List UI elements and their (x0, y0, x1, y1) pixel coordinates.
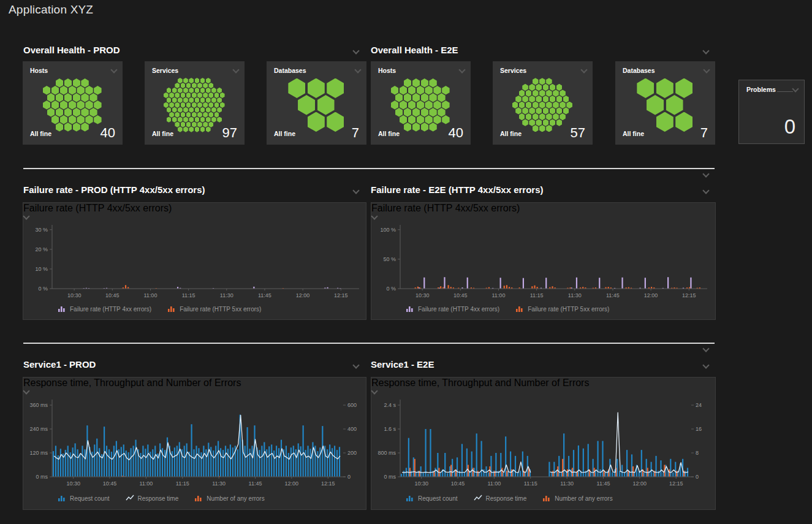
hexagon (442, 101, 449, 110)
hexagon (217, 107, 222, 113)
section-title-service-prod: Service1 - PROD (23, 359, 96, 370)
hexagon (175, 122, 180, 127)
legend-item[interactable]: Failure rate (HTTP 4xx errors) (406, 305, 499, 313)
chevron-down-icon[interactable] (353, 363, 359, 368)
hexagon (522, 107, 528, 114)
hexagon (656, 112, 674, 132)
legend-item[interactable]: Request count (406, 495, 458, 502)
legend-item[interactable]: Response time (474, 495, 527, 502)
health-tile-services-prod[interactable]: Services All fine 97 (145, 61, 245, 145)
hexagon (412, 123, 420, 132)
hexagon (178, 88, 183, 93)
chevron-down-icon[interactable] (703, 363, 708, 368)
health-tile-services-e2e[interactable]: Services All fine 57 (493, 61, 593, 145)
section-title-health-prod: Overall Health - PROD (23, 45, 120, 55)
failure-rate-e2e-tile[interactable]: Failure rate (HTTP 4xx/5xx errors) 0 %50… (371, 202, 716, 320)
hexagon (408, 115, 415, 124)
hexagon (546, 102, 552, 108)
dashboard: Application XYZ Overall Health - PROD Ov… (0, 0, 812, 524)
hexagon (429, 93, 436, 102)
hexagon (73, 123, 80, 132)
hexagon (220, 102, 225, 108)
svg-text:11:45: 11:45 (597, 480, 610, 487)
hexagon (167, 88, 172, 93)
hexagon (81, 123, 88, 132)
chevron-down-icon[interactable] (703, 48, 708, 54)
hexagon (69, 115, 76, 124)
health-tile-databases-e2e[interactable]: Databases All fine 7 (615, 61, 715, 145)
hexagon (203, 112, 208, 118)
legend-label: Request count (418, 495, 458, 502)
hexagon (288, 78, 305, 99)
hexagon (172, 107, 177, 113)
svg-text:12:15: 12:15 (669, 480, 683, 487)
hexagon (172, 88, 177, 93)
legend-item[interactable]: Number of any errors (194, 495, 264, 502)
hexagon (298, 95, 315, 115)
svg-text:12:15: 12:15 (321, 480, 335, 487)
hexagon (51, 86, 59, 95)
hexagon (208, 102, 213, 108)
hexagon (77, 86, 84, 95)
legend-item[interactable]: Number of any errors (542, 495, 612, 502)
hexagon (522, 84, 528, 91)
bar-series-icon (515, 305, 524, 313)
hexagon (550, 107, 556, 114)
hexagon (43, 86, 50, 95)
health-tile-hosts-prod[interactable]: Hosts All fine 40 (23, 61, 123, 145)
failure-rate-prod-tile[interactable]: Failure rate (HTTP 4xx/5xx errors) 0 %10… (23, 202, 366, 320)
chevron-down-icon[interactable] (703, 188, 708, 194)
service1-e2e-tile[interactable]: Response time, Throughput and Number of … (371, 377, 716, 510)
hexagon (404, 123, 411, 132)
chevron-down-icon[interactable] (703, 172, 708, 177)
hexagon (64, 93, 72, 102)
hexagon (208, 122, 213, 127)
hexagon (169, 93, 174, 98)
legend-item[interactable]: Response time (126, 495, 179, 502)
hexagon (192, 102, 197, 108)
hexagon (519, 113, 525, 120)
chevron-down-icon[interactable] (353, 188, 359, 194)
hexagon (94, 86, 101, 95)
hexagon (200, 117, 205, 123)
hexagon (56, 108, 63, 117)
svg-text:10:30: 10:30 (415, 292, 430, 298)
hexagon (69, 101, 76, 110)
hexagon (169, 102, 174, 108)
hexagon (60, 101, 67, 110)
legend-item[interactable]: Request count (58, 495, 110, 502)
health-tile-hosts-e2e[interactable]: Hosts All fine 40 (371, 61, 471, 145)
legend-item[interactable]: Failure rate (HTTP 5xx errors) (167, 305, 261, 313)
hexagon (203, 83, 208, 88)
legend-item[interactable]: Failure rate (HTTP 4xx errors) (58, 305, 151, 313)
problems-count: 0 (784, 115, 795, 139)
hexagon (543, 84, 549, 91)
hexagon (214, 112, 219, 118)
hexagon (64, 108, 72, 117)
chart-title: Failure rate (HTTP 4xx/5xx errors) (23, 203, 366, 214)
hexagon (195, 117, 200, 123)
chevron-down-icon[interactable] (792, 86, 798, 92)
problems-tile[interactable]: Problems 0 (738, 80, 805, 144)
hexagon (56, 78, 63, 88)
chevron-down-icon[interactable] (353, 48, 359, 54)
service1-prod-chart: 0 ms120 ms240 ms360 ms020040060010:3010:… (25, 393, 365, 492)
health-tile-databases-prod[interactable]: Databases All fine 7 (267, 61, 366, 145)
hexagon (47, 93, 55, 102)
svg-text:11:00: 11:00 (144, 292, 157, 298)
hexagon (186, 102, 191, 108)
chevron-down-icon[interactable] (703, 346, 708, 352)
hexagon (186, 112, 191, 118)
bar-series-icon (167, 305, 176, 313)
hexagon (546, 113, 552, 120)
legend-item[interactable]: Failure rate (HTTP 5xx errors) (515, 305, 609, 313)
hexagon (189, 88, 194, 93)
hexagon (433, 115, 441, 124)
hexagon (539, 89, 545, 96)
hexagon (47, 108, 55, 117)
hexagon (81, 93, 88, 102)
hexagon (563, 107, 569, 114)
hexagon (429, 108, 436, 117)
service1-prod-tile[interactable]: Response time, Throughput and Number of … (23, 377, 366, 510)
hexagon (560, 113, 566, 120)
